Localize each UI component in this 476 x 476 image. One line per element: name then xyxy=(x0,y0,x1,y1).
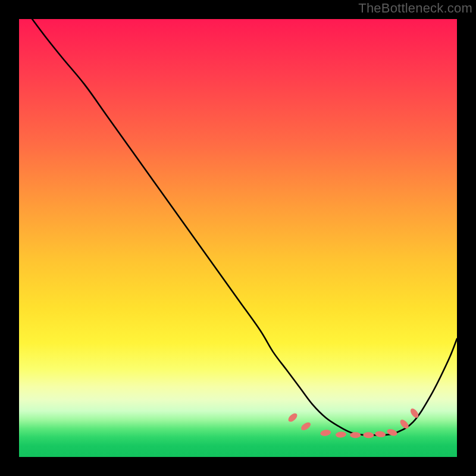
marker-beads-group xyxy=(287,407,420,438)
marker-bead xyxy=(287,412,299,423)
marker-bead xyxy=(320,429,331,437)
plot-area xyxy=(19,19,457,457)
watermark-label: TheBottleneck.com xyxy=(358,1,472,16)
chart-frame: TheBottleneck.com xyxy=(0,0,476,476)
marker-bead xyxy=(409,407,420,419)
marker-bead xyxy=(336,431,347,438)
curve-layer xyxy=(19,19,457,457)
bottleneck-curve xyxy=(32,19,457,435)
marker-bead xyxy=(363,432,374,439)
marker-bead xyxy=(386,428,398,437)
marker-bead xyxy=(350,432,361,438)
marker-bead xyxy=(300,421,312,432)
marker-bead xyxy=(375,431,386,438)
